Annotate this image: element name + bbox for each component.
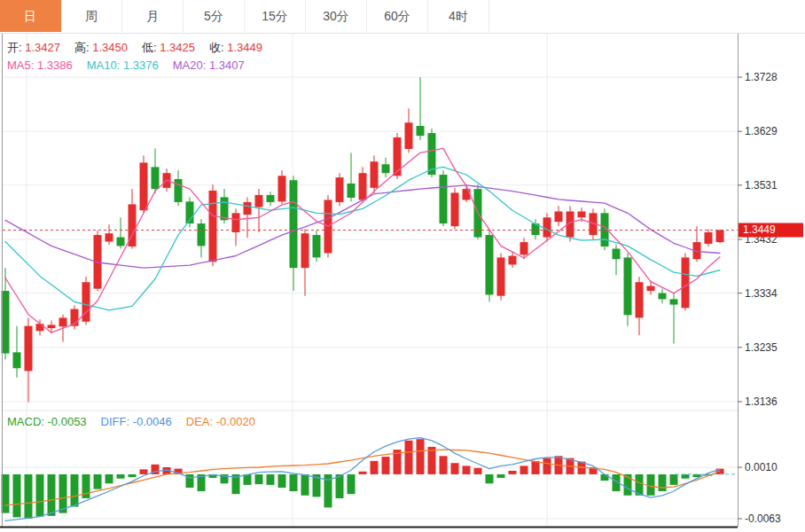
macd-bar [129, 474, 137, 477]
price-axis: 1.37281.36291.35311.34321.33341.32351.31… [738, 71, 778, 408]
candle-body [543, 217, 551, 237]
candle-body [578, 211, 586, 217]
ma5-readout: MA5: 1.3386 [7, 59, 73, 72]
candle-body [613, 249, 621, 260]
macd-tick-label: 0.0010 [745, 461, 778, 473]
open-readout: 开: 1.3427 [7, 41, 60, 54]
candle-body [520, 242, 528, 254]
candle-body [348, 184, 356, 198]
current-price-tag-value: 1.3449 [743, 223, 776, 236]
candle-body [232, 213, 240, 232]
candle-body [48, 325, 56, 328]
dea-readout: DEA: -0.0020 [186, 415, 255, 428]
candle-body [59, 317, 67, 326]
diff-readout: DIFF: -0.0046 [101, 415, 172, 428]
macd-bar [336, 474, 344, 498]
candle-body [636, 282, 644, 317]
low-readout: 低: 1.3425 [142, 41, 195, 54]
macd-tick-label: -0.0063 [745, 512, 781, 525]
candle-body [670, 299, 678, 304]
candle-body [417, 126, 425, 136]
tab-5min[interactable]: 5分 [184, 0, 245, 32]
candle-body [336, 177, 344, 202]
kline-chart-app: 日周月5分15分30分60分4时 开: 1.3427高: 1.3450低: 1.… [0, 0, 805, 532]
macd-bar [486, 474, 494, 483]
price-tick-label: 1.3334 [745, 287, 778, 300]
price-tick-label: 1.3629 [745, 125, 778, 137]
macd-bar [382, 457, 390, 474]
macd-bar [474, 468, 482, 474]
candle-body [705, 232, 713, 244]
candle-body [659, 293, 667, 300]
tab-bar: 日周月5分15分30分60分4时 [0, 0, 805, 34]
candle-body [382, 164, 390, 173]
tab-4hour[interactable]: 4时 [428, 0, 489, 32]
macd-bar [543, 458, 551, 474]
macd-histogram [2, 439, 724, 519]
candle-body [152, 167, 160, 189]
macd-bar [290, 474, 298, 491]
candle-body [198, 223, 206, 246]
macd-axis: 0.0010-0.0063 [738, 461, 781, 525]
macd-bar [509, 471, 517, 474]
candle-body [13, 352, 21, 368]
tab-15min[interactable]: 15分 [245, 0, 306, 32]
macd-readout: MACD: -0.0053 [7, 415, 87, 428]
candle-body [244, 202, 252, 215]
candle-body [405, 122, 413, 149]
macd-bar [267, 474, 275, 485]
macd-bar [497, 474, 505, 478]
macd-bar [278, 474, 286, 488]
candle-body [209, 191, 217, 262]
candle-body [106, 233, 113, 241]
macd-bar [36, 474, 44, 517]
tab-day[interactable]: 日 [0, 0, 61, 32]
ma10-readout: MA10: 1.3376 [87, 59, 159, 72]
tab-60min[interactable]: 60分 [367, 0, 428, 32]
tab-month[interactable]: 月 [122, 0, 184, 32]
candle-body [359, 173, 367, 200]
macd-bar [670, 474, 678, 485]
macd-bar [659, 474, 667, 491]
macd-bar [106, 474, 113, 483]
macd-bar [48, 474, 56, 516]
candle-body [371, 161, 379, 188]
macd-bar [359, 472, 367, 474]
candle-body [175, 179, 183, 202]
macd-readout: MACD: -0.0053DIFF: -0.0046DEA: -0.0020 [7, 415, 270, 428]
candle-body [509, 256, 517, 265]
candle-body [267, 195, 275, 202]
candle-body [301, 233, 309, 268]
macd-bar [440, 456, 448, 474]
macd-bar [682, 474, 690, 479]
price-tick-label: 1.3136 [745, 395, 778, 408]
current-price-tag: 1.3449 [739, 223, 803, 237]
macd-bar [301, 474, 309, 496]
candle-body [624, 257, 632, 315]
chart-canvas[interactable]: 1.37281.36291.35311.34321.33341.32351.31… [0, 0, 805, 532]
candle-body [25, 326, 33, 372]
macd-bar [520, 466, 528, 474]
candle-body [313, 235, 321, 257]
macd-bar [405, 441, 413, 474]
high-readout: 高: 1.3450 [74, 41, 128, 54]
candle-body [486, 235, 494, 294]
macd-bar [463, 466, 471, 474]
candle-body [278, 176, 286, 201]
candle-body [140, 162, 148, 210]
ohlc-readout: 开: 1.3427高: 1.3450低: 1.3425收: 1.3449 [7, 40, 277, 56]
ma20-readout: MA20: 1.3407 [173, 59, 245, 72]
macd-bar [532, 461, 540, 474]
macd-bar [117, 474, 125, 479]
price-tick-label: 1.3728 [745, 71, 778, 83]
tab-week[interactable]: 周 [61, 0, 122, 32]
tab-30min[interactable]: 30分 [306, 0, 367, 32]
candle-body [394, 137, 402, 176]
ma-readout: MA5: 1.3386MA10: 1.3376MA20: 1.3407 [7, 59, 259, 72]
candle-body [497, 257, 505, 295]
macd-bar [451, 463, 459, 474]
macd-bar [371, 461, 379, 474]
candle-body [36, 324, 44, 331]
close-readout: 收: 1.3449 [209, 41, 262, 54]
macd-bar [417, 439, 425, 474]
